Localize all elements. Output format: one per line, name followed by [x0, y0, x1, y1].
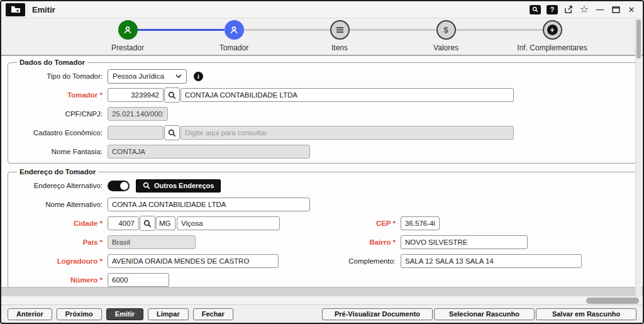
- tipo-tomador-label: Tipo do Tomador:: [13, 72, 108, 80]
- cpf-cnpj-row: CPF/CNPJ:: [13, 104, 631, 123]
- favorite-star-icon[interactable]: ☆: [579, 4, 589, 14]
- list-icon: [330, 20, 350, 40]
- tipo-tomador-select[interactable]: Pessoa Jurídica: [108, 69, 187, 84]
- uf-input[interactable]: [156, 216, 175, 230]
- help-icon[interactable]: ?: [547, 5, 558, 14]
- logradouro-label: Logradouro *: [13, 257, 108, 265]
- button-label: Outros Endereços: [154, 182, 214, 189]
- titlebar-actions: ? ☆ — ✕: [530, 4, 643, 14]
- cpf-cnpj-label: CPF/CNPJ:: [13, 110, 108, 118]
- step-itens[interactable]: Itens: [296, 20, 384, 52]
- plus-icon: +: [543, 20, 562, 40]
- tomador-code-input[interactable]: [108, 88, 164, 102]
- logradouro-complemento-row: Logradouro * Complemento:: [13, 252, 631, 271]
- cpf-cnpj-input: [108, 107, 168, 121]
- step-label: Prestador: [84, 43, 172, 52]
- endereco-alternativo-label: Endereço Alternativo:: [13, 182, 108, 189]
- cidade-label: Cidade *: [13, 220, 108, 227]
- nome-fantasia-row: Nome Fantasia:: [13, 142, 631, 161]
- dollar-icon: $: [436, 20, 456, 40]
- share-icon[interactable]: [564, 4, 574, 14]
- pais-label: País *: [13, 238, 108, 246]
- cidade-nome-input[interactable]: [177, 216, 280, 230]
- complemento-group: Complemento:: [343, 252, 582, 271]
- anterior-button[interactable]: Anterior: [8, 308, 52, 320]
- titlebar: Emitir ? ☆ — ✕: [1, 1, 643, 18]
- clipped-area: [1, 287, 643, 296]
- selected-value: Pessoa Jurídica: [113, 72, 164, 80]
- bairro-group: Bairro *: [343, 233, 528, 252]
- proximo-button[interactable]: Próximo: [57, 308, 102, 320]
- person-icon: [118, 20, 138, 40]
- cadastro-economico-label: Cadastro Econômico:: [13, 129, 108, 137]
- maximize-icon[interactable]: [611, 4, 621, 14]
- nome-alternativo-input[interactable]: [108, 198, 310, 211]
- tomador-name-input[interactable]: [180, 88, 514, 102]
- person-icon: [225, 20, 244, 40]
- minimize-icon[interactable]: —: [595, 4, 605, 14]
- bairro-label: Bairro *: [343, 238, 401, 246]
- logradouro-input[interactable]: [108, 254, 279, 268]
- nome-alternativo-row: Nome Alternativo:: [13, 195, 631, 214]
- folder-icon: [6, 3, 25, 16]
- step-valores[interactable]: $ Valores: [402, 20, 490, 52]
- footer-right-group: Pré-Visualizar Documento Selecionar Rasc…: [321, 308, 636, 320]
- section-legend: Dados do Tomador: [17, 59, 87, 66]
- search-icon[interactable]: [140, 216, 155, 231]
- numero-input[interactable]: [108, 273, 169, 287]
- endereco-alternativo-toggle[interactable]: [108, 181, 130, 191]
- complemento-label: Complemento:: [343, 257, 401, 265]
- search-icon[interactable]: [530, 5, 541, 14]
- limpar-button[interactable]: Limpar: [148, 308, 189, 320]
- resize-grip[interactable]: ..: [636, 315, 640, 321]
- outros-enderecos-button[interactable]: Outros Endereços: [136, 179, 221, 193]
- vertical-scrollbar[interactable]: [635, 19, 641, 296]
- cadastro-economico-row: Cadastro Econômico:: [13, 123, 631, 142]
- fechar-button[interactable]: Fechar: [193, 308, 233, 320]
- complemento-input[interactable]: [401, 254, 582, 268]
- toggle-knob: [120, 182, 128, 190]
- step-prestador[interactable]: Prestador: [84, 20, 172, 52]
- endereco-alternativo-row: Endereço Alternativo: Outros Endereços: [13, 176, 631, 195]
- cidade-code-input[interactable]: [108, 216, 139, 230]
- search-icon[interactable]: [164, 125, 180, 140]
- nome-fantasia-label: Nome Fantasia:: [13, 148, 108, 155]
- horizontal-scrollbar-thumb[interactable]: [586, 298, 639, 304]
- selecionar-rascunho-button[interactable]: Selecionar Rascunho: [434, 308, 535, 320]
- step-label: Inf. Complementares: [508, 43, 596, 52]
- cep-label: CEP *: [343, 220, 401, 227]
- step-inf-complementares[interactable]: + Inf. Complementares: [508, 20, 596, 52]
- bairro-input[interactable]: [401, 235, 528, 249]
- horizontal-scrollbar[interactable]: [1, 296, 643, 305]
- numero-row: Número *: [13, 271, 631, 287]
- cidade-cep-row: Cidade * CEP *: [13, 214, 631, 233]
- tomador-label: Tomador *: [13, 91, 108, 99]
- search-icon[interactable]: [164, 87, 180, 103]
- search-icon: [143, 182, 150, 189]
- form-content: Dados do Tomador Tipo do Tomador: Pessoa…: [1, 56, 643, 287]
- info-icon[interactable]: i: [194, 72, 203, 81]
- vertical-scrollbar-thumb[interactable]: [636, 20, 641, 59]
- numero-label: Número *: [13, 276, 108, 284]
- close-icon[interactable]: ✕: [626, 4, 636, 14]
- emitir-button[interactable]: Emitir: [106, 308, 143, 320]
- nome-alternativo-label: Nome Alternativo:: [13, 201, 108, 208]
- pais-bairro-row: País * Bairro *: [13, 233, 631, 252]
- emitir-window: Emitir ? ☆ — ✕ Prestador: [0, 0, 644, 324]
- endereco-tomador-section: Endereço do Tomador Endereço Alternativo…: [8, 168, 636, 287]
- wizard-stepper: Prestador Tomador Itens $ Valores + Inf.…: [1, 18, 643, 56]
- tipo-tomador-row: Tipo do Tomador: Pessoa Jurídica i: [13, 67, 631, 86]
- dados-tomador-section: Dados do Tomador Tipo do Tomador: Pessoa…: [8, 59, 636, 164]
- cadastro-code-input: [108, 126, 164, 140]
- pais-input: [108, 235, 196, 249]
- chevron-down-icon: [175, 74, 182, 78]
- step-label: Itens: [296, 43, 384, 52]
- section-legend: Endereço do Tomador: [17, 168, 98, 176]
- window-title: Emitir: [32, 5, 55, 14]
- salvar-rascunho-button[interactable]: Salvar em Rascunho: [536, 308, 636, 320]
- step-label: Tomador: [190, 43, 278, 52]
- tomador-row: Tomador *: [13, 86, 631, 104]
- cep-input[interactable]: [401, 216, 440, 230]
- pre-visualizar-button[interactable]: Pré-Visualizar Documento: [322, 308, 433, 320]
- step-tomador[interactable]: Tomador: [190, 20, 278, 52]
